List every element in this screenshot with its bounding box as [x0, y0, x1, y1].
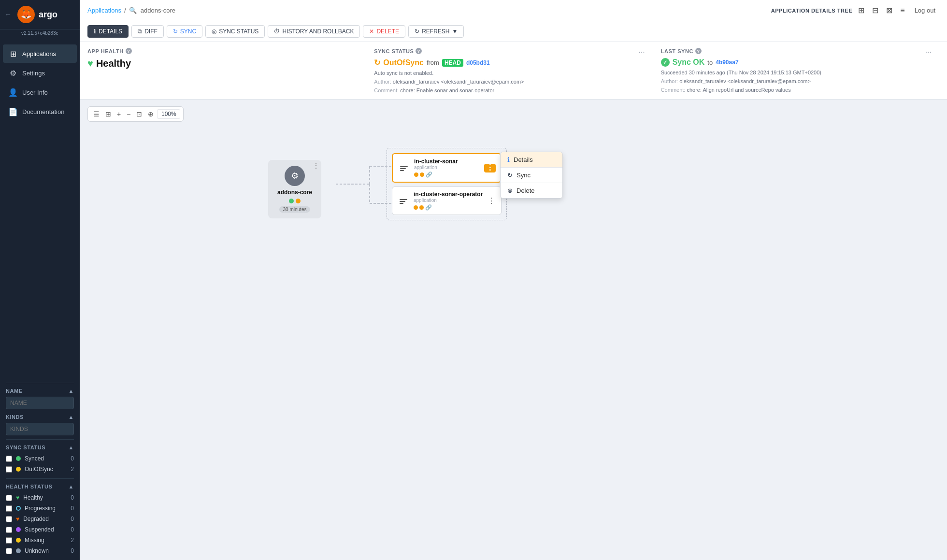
- diff-button[interactable]: ⧉ DIFF: [131, 25, 164, 38]
- degraded-icon: ♥: [16, 516, 19, 522]
- filter-outofsync-checkbox[interactable]: [6, 466, 12, 473]
- list-view-btn[interactable]: ≡: [898, 4, 906, 17]
- filter-suspended-label: Suspended: [25, 526, 54, 533]
- filter-missing-checkbox[interactable]: [6, 537, 12, 544]
- app-node-icon: ⚙: [285, 166, 305, 186]
- canvas-zoom-in-plus-btn[interactable]: ⊕: [145, 109, 156, 119]
- grid-view-btn[interactable]: ⊟: [870, 4, 880, 17]
- sync-button[interactable]: ↻ SYNC: [167, 25, 202, 38]
- breadcrumb-current-page: addons-core: [141, 7, 175, 14]
- app-node-badges: [289, 199, 301, 203]
- main-content: Applications / 🔍 addons-core APPLICATION…: [80, 0, 947, 560]
- canvas-list-view-btn[interactable]: ☰: [91, 109, 102, 119]
- filter-suspended[interactable]: Suspended 0: [6, 524, 74, 535]
- context-menu-sync[interactable]: ↻ Sync: [501, 168, 562, 183]
- filter-degraded[interactable]: ♥ Degraded 0: [6, 514, 74, 524]
- sidebar-item-settings[interactable]: ⚙ Settings: [3, 64, 77, 82]
- sidebar: ← 🦊 argo v2.11.5+c4b283c ⊞ Applications …: [0, 0, 80, 560]
- sonar-op-external-link-icon[interactable]: 🔗: [425, 204, 432, 211]
- sync-status-label: SYNC STATUS: [219, 28, 258, 35]
- canvas-zoom-value: 100%: [157, 109, 180, 119]
- name-filter-input[interactable]: [6, 397, 74, 409]
- canvas-zoom-fit-btn[interactable]: ⊡: [134, 109, 144, 119]
- app-node-menu-btn[interactable]: ⋮: [313, 162, 319, 170]
- sonar-badge-1: [414, 172, 418, 177]
- delete-button[interactable]: ✕ DELETE: [363, 25, 405, 38]
- name-filter-title: NAME ▲: [6, 388, 74, 394]
- filter-suspended-checkbox[interactable]: [6, 527, 12, 533]
- filter-outofsync[interactable]: OutOfSync 2: [6, 464, 74, 474]
- app-health-info-icon[interactable]: ?: [126, 48, 132, 54]
- last-sync-more-btn[interactable]: ···: [925, 48, 932, 57]
- sync-commit-link[interactable]: d05bd31: [466, 59, 490, 66]
- sonar-operator-node-menu-btn[interactable]: ⋮: [487, 195, 496, 206]
- filter-healthy-label: Healthy: [23, 494, 43, 501]
- sonar-external-link-icon[interactable]: 🔗: [426, 172, 432, 178]
- filter-unknown[interactable]: Unknown 0: [6, 546, 74, 556]
- tree-view-btn[interactable]: ⊞: [856, 4, 866, 17]
- last-sync-time: Succeeded 30 minutes ago (Thu Nov 28 202…: [661, 70, 932, 75]
- sidebar-item-applications-label: Applications: [22, 50, 56, 57]
- filter-suspended-count: 0: [68, 526, 74, 533]
- missing-dot: [16, 538, 21, 543]
- sync-status-info-icon[interactable]: ?: [416, 48, 422, 54]
- filter-synced-count: 0: [68, 455, 74, 462]
- details-button[interactable]: ℹ DETAILS: [87, 25, 129, 38]
- sonar-node-menu-btn[interactable]: ⋮: [484, 164, 496, 172]
- canvas-zoom-in-btn[interactable]: +: [115, 109, 123, 119]
- filter-progressing[interactable]: Progressing 0: [6, 503, 74, 514]
- filter-outofsync-count: 2: [68, 466, 74, 473]
- refresh-button[interactable]: ↻ REFRESH ▼: [408, 25, 464, 38]
- last-sync-info-icon[interactable]: ?: [695, 48, 702, 54]
- name-collapse-btn[interactable]: ▲: [69, 388, 74, 394]
- health-collapse-btn[interactable]: ▲: [69, 484, 74, 489]
- back-arrow-icon[interactable]: ←: [5, 11, 12, 18]
- refresh-label: REFRESH: [422, 28, 449, 35]
- filter-progressing-label: Progressing: [25, 505, 56, 512]
- context-delete-icon: ⊗: [507, 187, 513, 194]
- canvas-zoom-out-btn[interactable]: −: [124, 109, 133, 119]
- network-view-btn[interactable]: ⊠: [884, 4, 894, 17]
- filter-progressing-checkbox[interactable]: [6, 505, 12, 512]
- details-icon: ℹ: [94, 28, 96, 35]
- breadcrumb-applications-link[interactable]: Applications: [87, 7, 121, 14]
- filter-unknown-checkbox[interactable]: [6, 548, 12, 554]
- logout-button[interactable]: Log out: [911, 5, 939, 16]
- last-sync-header: LAST SYNC ?: [661, 48, 702, 54]
- canvas-tile-view-btn[interactable]: ⊞: [103, 109, 114, 119]
- in-cluster-sonar-operator-node[interactable]: in-cluster-sonar-operator application 🔗 …: [392, 187, 502, 215]
- in-cluster-sonar-node[interactable]: in-cluster-sonar application 🔗 ⋮: [392, 153, 502, 183]
- sync-ok-label: Sync OK: [673, 58, 705, 67]
- filter-synced[interactable]: Synced 0: [6, 453, 74, 464]
- context-menu-details[interactable]: ℹ Details: [501, 152, 562, 167]
- resource-group-box: in-cluster-sonar application 🔗 ⋮ in-clus…: [387, 148, 507, 220]
- sidebar-item-user-info[interactable]: 👤 User Info: [3, 83, 77, 101]
- sonar-op-badge-1: [414, 205, 418, 210]
- last-sync-commit-link[interactable]: 4b90aa7: [716, 59, 738, 66]
- context-menu-delete[interactable]: ⊗ Delete: [501, 183, 562, 198]
- svg-rect-10: [400, 203, 403, 204]
- addons-core-node[interactable]: ⚙ addons-core ⋮ 30 minutes: [268, 160, 321, 218]
- sync-collapse-btn[interactable]: ▲: [69, 445, 74, 450]
- sonar-badge-2: [420, 172, 424, 177]
- last-sync-to-label: to: [707, 59, 713, 66]
- filter-synced-checkbox[interactable]: [6, 456, 12, 462]
- sync-icon: ↻: [173, 28, 178, 35]
- sync-auto-text: Auto sync is not enabled.: [374, 70, 645, 76]
- filter-healthy-checkbox[interactable]: [6, 495, 12, 501]
- kinds-filter-input[interactable]: [6, 423, 74, 435]
- sidebar-item-applications[interactable]: ⊞ Applications: [3, 44, 77, 63]
- sync-status-more-btn[interactable]: ···: [638, 48, 645, 57]
- filter-missing[interactable]: Missing 2: [6, 535, 74, 546]
- history-rollback-button[interactable]: ⏱ HISTORY AND ROLLBACK: [268, 25, 360, 38]
- app-details-title: APPLICATION DETAILS TREE: [771, 8, 853, 14]
- breadcrumb: Applications / 🔍 addons-core: [87, 7, 771, 14]
- kinds-collapse-btn[interactable]: ▲: [69, 414, 74, 420]
- sync-status-button[interactable]: ◎ SYNC STATUS: [205, 25, 265, 38]
- last-sync-comment-value: chore: Align repoUrl and sourceRepo valu…: [687, 87, 790, 93]
- history-label: HISTORY AND ROLLBACK: [282, 28, 354, 35]
- filter-healthy[interactable]: ♥ Healthy 0: [6, 492, 74, 503]
- filter-degraded-checkbox[interactable]: [6, 516, 12, 522]
- sidebar-item-documentation[interactable]: 📄 Documentation: [3, 102, 77, 121]
- refresh-icon: ↻: [415, 28, 419, 35]
